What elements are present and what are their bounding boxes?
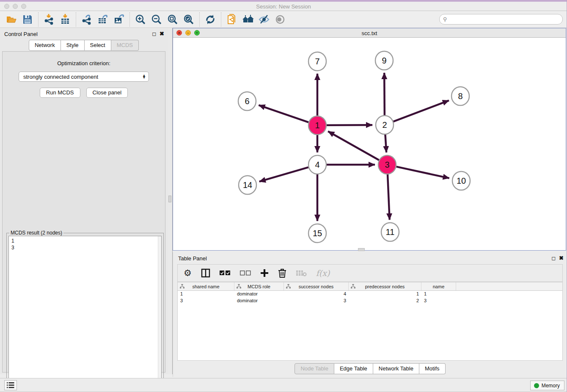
network-window-titlebar[interactable]: ✕ − + scc.txt [173, 28, 566, 38]
edge-2-3[interactable] [385, 134, 386, 152]
cell-successor-nodes[interactable]: 3 [284, 298, 349, 304]
node-label-10: 10 [457, 176, 466, 185]
close-panel-button[interactable]: Close panel [86, 88, 128, 98]
edge-1-6[interactable] [259, 105, 308, 122]
float-panel-icon[interactable]: ◻ [152, 31, 156, 37]
app-title: Session: New Session [0, 3, 567, 10]
mcds-result-text: 1 3 [9, 236, 161, 251]
toolbar-separator [129, 12, 130, 27]
table-tabs: Node Table Edge Table Network Table Moti… [173, 363, 567, 374]
toolbar-separator [76, 12, 76, 27]
criterion-select[interactable]: strongly connected component ▲▼ [19, 72, 149, 82]
float-table-panel-icon[interactable]: ◻ [551, 255, 556, 261]
node-label-14: 14 [243, 180, 252, 190]
horizontal-splitter-grip[interactable] [358, 248, 365, 251]
mcds-tab-content: Optimization criterion: strongly connect… [2, 51, 165, 373]
import-network-icon[interactable] [43, 13, 55, 26]
edge-3-11[interactable] [388, 174, 390, 220]
table-settings-icon[interactable]: ⚙ [184, 268, 192, 278]
tab-node-table[interactable]: Node Table [295, 363, 334, 374]
open-session-icon[interactable] [5, 13, 18, 26]
result-scrollbar[interactable] [158, 236, 161, 392]
cell-shared-name[interactable]: 3 [178, 298, 234, 304]
cell-MCDS-role[interactable]: dominator [234, 291, 284, 298]
column-header-name[interactable]: name [421, 282, 456, 290]
table-toolbar: ⚙ f(x) [177, 264, 563, 282]
table-panel: Table Panel ◻ ✖ ⚙ f(x) shared nameMCDS r… [173, 252, 567, 377]
cybrowser-home-icon[interactable] [242, 13, 254, 26]
tab-network[interactable]: Network [29, 40, 61, 51]
clear-all-checkboxes-icon[interactable] [240, 271, 251, 276]
hide-selected-eye-icon[interactable] [258, 13, 270, 26]
import-table-icon[interactable] [59, 13, 72, 26]
criterion-selected-value: strongly connected component [23, 74, 142, 80]
cell-shared-name[interactable]: 1 [178, 291, 234, 298]
zoom-in-icon[interactable] [134, 13, 147, 26]
table-row[interactable]: 3dominator323 [178, 298, 562, 304]
column-header-successor-nodes[interactable]: successor nodes [284, 282, 349, 290]
toolbar-separator [38, 12, 39, 27]
select-all-checkboxes-icon[interactable] [220, 271, 231, 276]
cell-predecessor-nodes[interactable]: 2 [349, 298, 421, 304]
cell-MCDS-role[interactable]: dominator [234, 298, 284, 304]
zoom-out-icon[interactable] [150, 13, 163, 26]
cell-successor-nodes[interactable]: 4 [284, 291, 349, 298]
tab-mcds[interactable]: MCDS [111, 40, 139, 51]
column-header-predecessor-nodes[interactable]: predecessor nodes [349, 282, 421, 290]
show-all-eye-icon[interactable] [274, 13, 286, 26]
delete-column-icon[interactable] [278, 268, 286, 278]
apply-layout-icon[interactable] [204, 13, 217, 26]
column-header-shared-name[interactable]: shared name [178, 282, 234, 290]
zoom-selected-icon[interactable] [182, 13, 195, 26]
table-row[interactable]: 1dominator411 [178, 291, 562, 298]
tab-style[interactable]: Style [61, 40, 85, 51]
memory-button[interactable]: Memory [530, 381, 564, 390]
control-panel-tabs: Network Style Select MCDS [0, 40, 168, 51]
control-panel: Control Panel ◻ ✖ Network Style Select M… [0, 28, 168, 374]
add-column-icon[interactable] [260, 269, 269, 277]
cell-name[interactable]: 3 [421, 298, 456, 304]
edge-4-14[interactable] [259, 167, 308, 182]
search-input[interactable] [449, 17, 555, 22]
network-canvas[interactable]: 7968124314101511 [173, 38, 566, 250]
export-network-icon[interactable] [80, 13, 93, 26]
save-session-icon[interactable] [21, 13, 34, 26]
column-header-MCDS-role[interactable]: MCDS role [234, 282, 284, 290]
edge-2-9[interactable] [384, 73, 385, 116]
function-builder-icon[interactable]: f(x) [316, 268, 330, 278]
tab-edge-table[interactable]: Edge Table [334, 363, 373, 374]
node-table[interactable]: shared nameMCDS rolesuccessor nodesprede… [177, 282, 563, 361]
edge-2-8[interactable] [394, 100, 449, 121]
edge-3-1[interactable] [328, 131, 379, 160]
splitter-grip[interactable] [168, 196, 171, 202]
close-table-panel-icon[interactable]: ✖ [559, 255, 564, 261]
mcds-result-groupbox: MCDS result (2 nodes) 1 3 [6, 233, 164, 392]
mcds-result-textarea[interactable]: 1 3 [8, 236, 162, 392]
app-titlebar: Session: New Session [0, 0, 567, 11]
cell-name[interactable]: 1 [421, 291, 456, 298]
titlebar-accent-strip [0, 0, 567, 2]
mcds-result-title: MCDS result (2 nodes) [9, 230, 63, 236]
task-history-button[interactable] [4, 380, 17, 390]
edge-1-2[interactable] [327, 125, 372, 125]
export-table-icon[interactable] [96, 13, 109, 26]
memory-label: Memory [542, 383, 560, 389]
new-network-from-file-icon[interactable] [226, 13, 238, 26]
toolbar-search[interactable]: ⚲ [439, 14, 563, 25]
tab-motifs[interactable]: Motifs [419, 363, 446, 374]
tab-select[interactable]: Select [85, 40, 111, 51]
tab-network-table[interactable]: Network Table [373, 363, 419, 374]
table-panel-title: Table Panel [178, 255, 207, 262]
zoom-fit-icon[interactable] [166, 13, 179, 26]
export-image-icon[interactable] [113, 13, 125, 26]
node-label-15: 15 [313, 229, 322, 238]
network-window-title: scc.txt [173, 30, 566, 36]
memory-status-icon [534, 383, 539, 388]
show-column-icon[interactable] [201, 268, 210, 278]
cell-predecessor-nodes[interactable]: 1 [349, 291, 421, 298]
delete-table-icon[interactable] [296, 270, 307, 276]
run-mcds-button[interactable]: Run MCDS [40, 88, 80, 98]
vertical-splitter[interactable] [168, 28, 173, 374]
close-panel-icon[interactable]: ✖ [160, 30, 164, 37]
edge-3-10[interactable] [396, 167, 449, 178]
